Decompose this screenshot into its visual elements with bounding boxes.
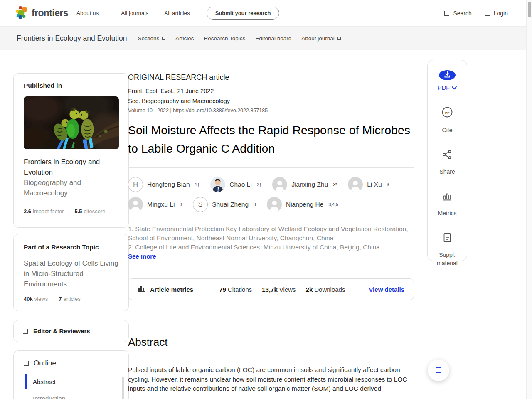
download-icon: [443, 70, 451, 80]
journal-title-link[interactable]: Frontiers in Ecology and Evolution: [17, 34, 127, 43]
frontiers-logo-text: frontiers: [32, 7, 68, 19]
author-avatar-photo: [210, 177, 225, 192]
search-icon: [444, 11, 449, 16]
frontiers-logo-icon: [16, 6, 28, 21]
article-metrics-title: Article metrics: [150, 286, 193, 293]
author-li-xu[interactable]: Li Xu3: [348, 177, 389, 192]
author-chao-li[interactable]: Chao Li2†: [210, 177, 261, 192]
dropdown-icon: [162, 37, 165, 40]
view-details-link[interactable]: View details: [369, 286, 404, 293]
metric-downloads: 2kDownloads: [306, 286, 345, 293]
outline-heading: Outline: [24, 359, 128, 367]
article-main: ORIGINAL RESEARCH article Front. Ecol. E…: [128, 73, 414, 394]
header-nav-about-us[interactable]: About us: [76, 10, 105, 16]
metric-citations: 79Citations: [219, 286, 252, 293]
login-icon: [485, 11, 490, 16]
author-hongfeng-bian[interactable]: HHongfeng Bian1†: [128, 177, 200, 192]
journal-cover-image[interactable]: [24, 96, 119, 149]
outline-card: Outline AbstractIntroduction: [13, 350, 129, 399]
cite-icon: ee: [441, 106, 453, 121]
header-actions: Search Login: [444, 10, 508, 17]
research-topic-card: Part of a Research Topic Spatial Ecology…: [13, 234, 129, 311]
page-scrollbar[interactable]: [526, 0, 532, 399]
article-volume-doi: Volume 10 - 2022 | https://doi.org/10.33…: [128, 108, 414, 113]
topic-stats: 40kviews 7articles: [24, 296, 118, 302]
author-shuai-zheng[interactable]: SShuai Zheng3: [193, 197, 256, 212]
journal-stats: 2.6impact factor 5.5citescore: [24, 208, 118, 214]
metric-views: 13,7kViews: [262, 286, 296, 293]
author-jianxing-zhu[interactable]: Jianxing Zhu3*: [272, 177, 337, 192]
submit-research-button[interactable]: Submit your research: [207, 7, 280, 20]
author-row: HHongfeng Bian1†Chao Li2†Jianxing Zhu3*L…: [128, 177, 414, 192]
journal-nav-editorial-board[interactable]: Editorial board: [255, 35, 291, 42]
feedback-icon: [436, 367, 441, 373]
published-journal-link[interactable]: Frontiers in Ecology and Evolution: [24, 157, 118, 177]
chevron-down-icon: [452, 84, 457, 91]
author-avatar-placeholder: [272, 177, 287, 192]
journal-navbar: Frontiers in Ecology and Evolution Secti…: [0, 27, 526, 50]
topic-articles-stat: 7articles: [59, 296, 80, 302]
author-avatar-letter: H: [128, 177, 143, 192]
header-nav: About usAll journalsAll articles: [76, 10, 190, 16]
author-avatar-placeholder: [267, 197, 282, 212]
affiliation-line: 1. State Environmental Protection Key La…: [128, 224, 414, 243]
outline-scrollbar[interactable]: [122, 377, 124, 399]
article-citation-line: Front. Ecol. Evol., 21 June 2022: [128, 88, 414, 94]
journal-nav: SectionsArticlesResearch TopicsEditorial…: [138, 35, 341, 42]
divider: [128, 269, 414, 269]
left-sidebar: Published in: [13, 73, 129, 399]
pdf-menu[interactable]: PDF: [438, 84, 457, 91]
article-toolbar: PDF ee Cite Share: [427, 60, 467, 261]
header-nav-all-articles[interactable]: All articles: [164, 10, 190, 16]
author-mingxu-li[interactable]: Mingxu Li3: [128, 197, 182, 212]
author-list: HHongfeng Bian1†Chao Li2†Jianxing Zhu3*L…: [128, 177, 414, 212]
affiliation-line: 2. College of Life and Environmental Sci…: [128, 243, 414, 252]
supplementary-material-button[interactable]: Suppl. material: [433, 232, 462, 267]
abstract-text: Pulsed inputs of labile organic carbon (…: [128, 365, 414, 394]
see-more-link[interactable]: See more: [128, 253, 156, 260]
abstract-heading: Abstract: [128, 336, 414, 349]
scrollbar-thumb[interactable]: [528, 2, 531, 17]
topic-views-stat: 40kviews: [24, 296, 48, 302]
document-icon: [442, 232, 452, 245]
research-topic-link[interactable]: Spatial Ecology of Cells Living in Micro…: [24, 258, 118, 289]
metrics-button[interactable]: Metrics: [433, 191, 462, 217]
author-avatar-letter: S: [193, 197, 208, 212]
outline-item-abstract[interactable]: Abstract: [25, 373, 128, 390]
login-button[interactable]: Login: [485, 10, 508, 17]
author-nianpeng-he[interactable]: Nianpeng He3,4,5: [267, 197, 338, 212]
published-section-label: Biogeography and Macroecology: [24, 177, 118, 198]
cite-button[interactable]: ee Cite: [433, 106, 462, 134]
frontiers-logo[interactable]: frontiers: [16, 6, 68, 21]
affiliation-list: 1. State Environmental Protection Key La…: [128, 224, 414, 252]
search-button[interactable]: Search: [444, 10, 471, 17]
editor-reviewers-icon: [23, 329, 28, 334]
header-nav-all-journals[interactable]: All journals: [121, 10, 148, 16]
outline-icon: [24, 361, 29, 366]
divider: [128, 167, 414, 168]
dropdown-icon: [102, 12, 105, 15]
article-title: Soil Moisture Affects the Rapid Response…: [128, 121, 414, 158]
pdf-download-button[interactable]: [439, 70, 456, 80]
journal-nav-articles[interactable]: Articles: [175, 35, 194, 42]
published-in-card: Published in: [13, 73, 129, 228]
svg-text:ee: ee: [445, 110, 450, 116]
outline-list: AbstractIntroduction: [24, 373, 128, 399]
share-button[interactable]: Share: [433, 149, 462, 176]
feedback-floating-button[interactable]: [428, 360, 449, 381]
dropdown-icon: [337, 37, 341, 40]
article-type-label: ORIGINAL RESEARCH article: [128, 73, 414, 82]
published-in-heading: Published in: [24, 82, 118, 89]
journal-nav-about-journal[interactable]: About journal: [301, 35, 341, 42]
author-avatar-placeholder: [348, 177, 363, 192]
metrics-icon: [442, 191, 453, 204]
journal-nav-sections[interactable]: Sections: [138, 35, 166, 42]
author-row: Mingxu Li3SShuai Zheng3Nianpeng He3,4,5: [128, 197, 414, 212]
outline-item-introduction[interactable]: Introduction: [25, 390, 128, 399]
journal-nav-research-topics[interactable]: Research Topics: [204, 35, 246, 42]
editor-reviewers-card[interactable]: Editor & Reviewers: [13, 320, 129, 342]
research-topic-heading: Part of a Research Topic: [24, 244, 118, 251]
page-content: Published in: [0, 50, 526, 399]
author-avatar-placeholder: [128, 197, 143, 212]
article-metrics-bar: Article metrics 79Citations13,7kViews2kD…: [128, 278, 414, 300]
